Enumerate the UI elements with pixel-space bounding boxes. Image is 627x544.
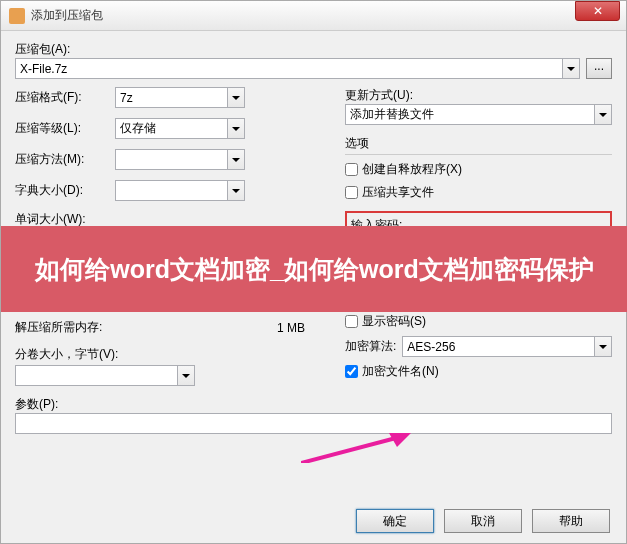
format-label: 压缩格式(F):: [15, 89, 115, 106]
chevron-down-icon[interactable]: [177, 366, 194, 385]
titlebar: 添加到压缩包 ✕: [1, 1, 626, 31]
chevron-down-icon[interactable]: [562, 59, 579, 78]
algo-combo[interactable]: AES-256: [402, 336, 612, 357]
dict-label: 字典大小(D):: [15, 182, 115, 199]
chevron-down-icon[interactable]: [227, 150, 244, 169]
window-title: 添加到压缩包: [31, 7, 618, 24]
sfx-checkbox[interactable]: [345, 163, 358, 176]
share-checkbox[interactable]: [345, 186, 358, 199]
archive-value: X-File.7z: [20, 62, 67, 76]
dict-combo[interactable]: [115, 180, 245, 201]
archive-combo[interactable]: X-File.7z: [15, 58, 580, 79]
params-label: 参数(P):: [15, 396, 612, 413]
help-button[interactable]: 帮助: [532, 509, 610, 533]
algo-label: 加密算法:: [345, 338, 396, 355]
overlay-banner: 如何给word文档加密_如何给word文档加密码保护: [1, 226, 627, 312]
method-combo[interactable]: [115, 149, 245, 170]
chevron-down-icon[interactable]: [594, 337, 611, 356]
archive-label: 压缩包(A):: [15, 41, 612, 58]
ok-button[interactable]: 确定: [356, 509, 434, 533]
chevron-down-icon[interactable]: [227, 119, 244, 138]
params-input[interactable]: [15, 413, 612, 434]
app-icon: [9, 8, 25, 24]
encrypt-filename-label: 加密文件名(N): [362, 363, 439, 380]
update-combo[interactable]: 添加并替换文件: [345, 104, 612, 125]
show-password-label: 显示密码(S): [362, 313, 426, 330]
volume-combo[interactable]: [15, 365, 195, 386]
level-combo[interactable]: 仅存储: [115, 118, 245, 139]
cancel-button[interactable]: 取消: [444, 509, 522, 533]
mem-decomp-value: 1 MB: [155, 321, 325, 335]
chevron-down-icon[interactable]: [227, 88, 244, 107]
method-label: 压缩方法(M):: [15, 151, 115, 168]
format-combo[interactable]: 7z: [115, 87, 245, 108]
chevron-down-icon[interactable]: [227, 181, 244, 200]
close-button[interactable]: ✕: [575, 1, 620, 21]
encrypt-filename-checkbox[interactable]: [345, 365, 358, 378]
update-label: 更新方式(U):: [345, 87, 612, 104]
share-label: 压缩共享文件: [362, 184, 434, 201]
options-title: 选项: [345, 136, 369, 150]
browse-button[interactable]: ...: [586, 58, 612, 79]
level-label: 压缩等级(L):: [15, 120, 115, 137]
show-password-checkbox[interactable]: [345, 315, 358, 328]
volume-label: 分卷大小，字节(V):: [15, 346, 325, 363]
mem-decomp-label: 解压缩所需内存:: [15, 319, 155, 336]
chevron-down-icon[interactable]: [594, 105, 611, 124]
sfx-label: 创建自释放程序(X): [362, 161, 462, 178]
